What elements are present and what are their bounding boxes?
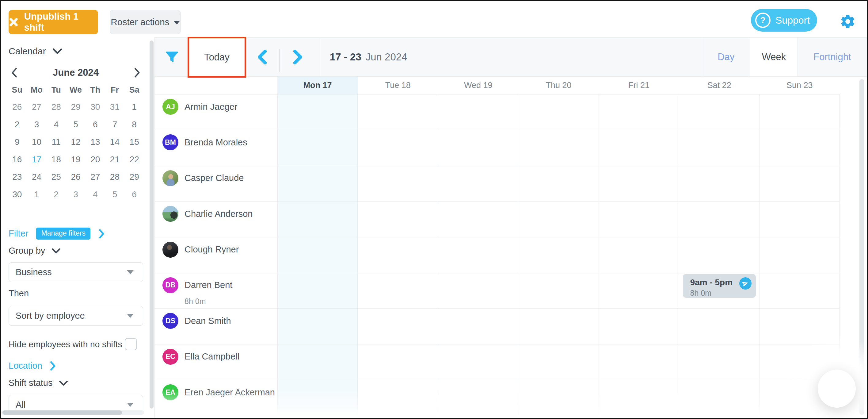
minical-date[interactable]: 30 xyxy=(7,186,27,203)
day-header-sun[interactable]: Sun 23 xyxy=(760,77,840,94)
shift-cell[interactable] xyxy=(358,308,438,344)
minical-date[interactable]: 2 xyxy=(46,186,66,203)
unpublish-shift-button[interactable]: Unpublish 1 shift xyxy=(8,10,98,34)
shift-cell[interactable] xyxy=(760,130,840,165)
employee-cell[interactable]: Charlie Anderson xyxy=(155,202,277,237)
employee-cell[interactable]: ECElla Campbell xyxy=(155,345,277,380)
shift-cell[interactable] xyxy=(518,308,598,344)
main-vertical-scrollbar[interactable] xyxy=(860,79,864,415)
shift-cell[interactable] xyxy=(358,345,438,380)
shift-cell[interactable] xyxy=(277,202,358,237)
shift-cell[interactable] xyxy=(679,308,760,344)
shift-status-header[interactable]: Shift status xyxy=(8,378,68,388)
sort-by-select[interactable]: Sort by employee xyxy=(8,306,143,326)
minical-date[interactable]: 29 xyxy=(66,98,86,116)
minical-date[interactable]: 12 xyxy=(66,133,86,151)
shift-cell[interactable] xyxy=(599,166,679,201)
minical-date[interactable]: 27 xyxy=(86,168,105,186)
chevron-right-icon[interactable] xyxy=(288,49,306,66)
shift-cell[interactable] xyxy=(518,237,598,273)
shift-cell[interactable] xyxy=(358,273,438,308)
today-button[interactable]: Today xyxy=(189,39,244,76)
minical-date[interactable]: 19 xyxy=(66,151,86,168)
shift-cell[interactable] xyxy=(518,130,598,165)
chevron-left-icon[interactable] xyxy=(254,49,272,66)
shift-cell[interactable] xyxy=(277,94,358,130)
minical-date[interactable]: 8 xyxy=(124,116,144,133)
minical-date[interactable]: 15 xyxy=(124,133,144,151)
shift-cell[interactable] xyxy=(277,130,358,165)
minical-next-button[interactable] xyxy=(130,66,144,80)
location-link[interactable]: Location xyxy=(8,361,56,371)
minical-date[interactable]: 5 xyxy=(105,186,125,203)
shift-cell[interactable] xyxy=(679,237,760,273)
sidebar-horizontal-scrollbar[interactable] xyxy=(2,411,122,415)
shift-cell[interactable] xyxy=(518,380,598,415)
shift-cell[interactable] xyxy=(760,166,840,201)
minical-date[interactable]: 29 xyxy=(124,168,144,186)
shift-chip[interactable]: 9am - 5pm8h 0m xyxy=(683,274,756,298)
shift-cell[interactable] xyxy=(438,237,518,273)
shift-cell[interactable] xyxy=(599,273,679,308)
shift-cell[interactable] xyxy=(599,94,679,130)
shift-cell[interactable] xyxy=(760,273,840,308)
shift-cell[interactable] xyxy=(679,130,760,165)
minical-date[interactable]: 14 xyxy=(105,133,125,151)
employee-cell[interactable]: DSDean Smith xyxy=(155,308,277,344)
minical-date-today[interactable]: 17 xyxy=(27,151,46,168)
shift-cell[interactable] xyxy=(599,308,679,344)
minical-date[interactable]: 1 xyxy=(27,186,46,203)
chevron-right-icon[interactable] xyxy=(98,229,105,238)
shift-cell[interactable] xyxy=(277,237,358,273)
minical-date[interactable]: 7 xyxy=(105,116,125,133)
sidebar-calendar-header[interactable]: Calendar xyxy=(8,46,62,56)
employee-cell[interactable]: AJArmin Jaeger xyxy=(155,94,277,130)
minical-date[interactable]: 20 xyxy=(86,151,105,168)
shift-cell[interactable]: 9am - 5pm8h 0m xyxy=(679,273,760,308)
minical-date[interactable]: 28 xyxy=(105,168,125,186)
day-header-fri[interactable]: Fri 21 xyxy=(599,77,679,94)
tab-day[interactable]: Day xyxy=(702,38,750,77)
minical-date[interactable]: 9 xyxy=(7,133,27,151)
shift-cell[interactable] xyxy=(679,94,760,130)
shift-cell[interactable] xyxy=(358,94,438,130)
minical-date[interactable]: 3 xyxy=(27,116,46,133)
day-header-wed[interactable]: Wed 19 xyxy=(438,77,518,94)
shift-cell[interactable] xyxy=(438,94,518,130)
shift-cell[interactable] xyxy=(599,345,679,380)
minical-date[interactable]: 5 xyxy=(66,116,86,133)
minical-date[interactable]: 10 xyxy=(27,133,46,151)
shift-cell[interactable] xyxy=(438,345,518,380)
group-by-header[interactable]: Group by xyxy=(8,246,60,256)
employee-cell[interactable]: BMBrenda Morales xyxy=(155,130,277,165)
minical-date[interactable]: 28 xyxy=(46,98,66,116)
minical-date[interactable]: 4 xyxy=(86,186,105,203)
shift-cell[interactable] xyxy=(277,380,358,415)
support-button[interactable]: ? Support xyxy=(751,9,817,32)
tab-week[interactable]: Week xyxy=(750,38,798,77)
shift-cell[interactable] xyxy=(358,130,438,165)
minical-date[interactable]: 22 xyxy=(124,151,144,168)
minical-date[interactable]: 31 xyxy=(105,98,125,116)
shift-cell[interactable] xyxy=(679,380,760,415)
minical-date[interactable]: 1 xyxy=(124,98,144,116)
employee-cell[interactable]: Casper Claude xyxy=(155,166,277,201)
minical-date[interactable]: 24 xyxy=(27,168,46,186)
day-header-thu[interactable]: Thu 20 xyxy=(518,77,598,94)
gear-icon[interactable] xyxy=(840,13,856,29)
shift-cell[interactable] xyxy=(760,237,840,273)
shift-cell[interactable] xyxy=(358,202,438,237)
day-header-mon[interactable]: Mon 17 xyxy=(277,77,358,94)
shift-cell[interactable] xyxy=(599,202,679,237)
shift-cell[interactable] xyxy=(438,380,518,415)
filter-funnel-icon[interactable] xyxy=(164,49,180,65)
minical-date[interactable]: 2 xyxy=(7,116,27,133)
minical-date[interactable]: 13 xyxy=(86,133,105,151)
minical-date[interactable]: 23 xyxy=(7,168,27,186)
shift-cell[interactable] xyxy=(679,345,760,380)
chat-launcher[interactable] xyxy=(818,369,856,408)
minical-date[interactable]: 26 xyxy=(7,98,27,116)
minical-date[interactable]: 6 xyxy=(124,186,144,203)
tab-fortnight[interactable]: Fortnight xyxy=(798,38,867,77)
group-by-select[interactable]: Business xyxy=(8,262,143,282)
